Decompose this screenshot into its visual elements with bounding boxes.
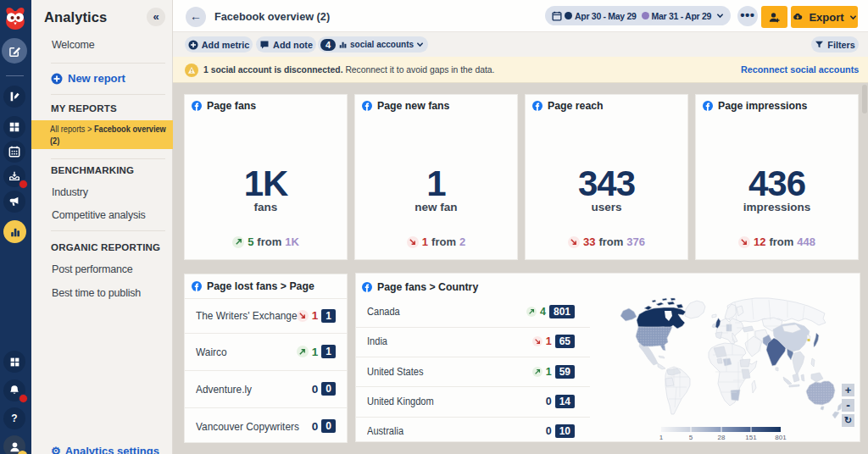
- svg-text:801: 801: [775, 434, 787, 441]
- svg-text:5: 5: [689, 434, 693, 441]
- svg-text:1: 1: [659, 434, 664, 441]
- svg-text:151: 151: [745, 434, 757, 441]
- svg-text:28: 28: [718, 434, 726, 441]
